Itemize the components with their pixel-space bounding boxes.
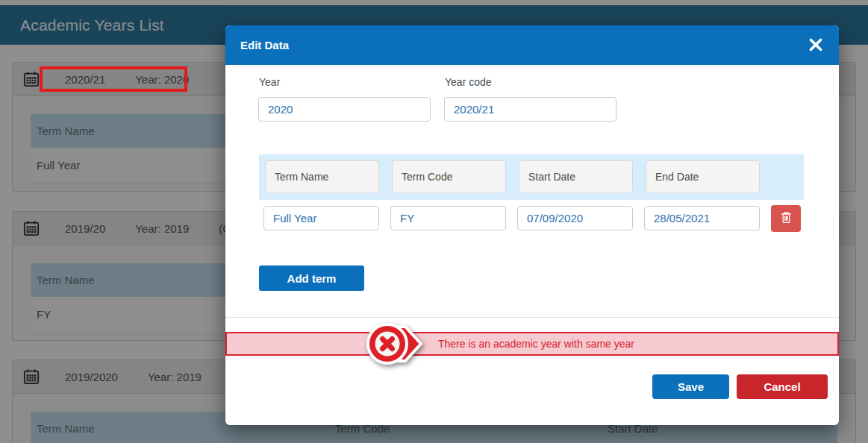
end-date-header: End Date — [646, 160, 760, 193]
modal-title: Edit Data — [240, 39, 289, 51]
save-button[interactable]: Save — [652, 374, 729, 399]
screen: Academic Years List 2020/21 Year: 2020 T… — [0, 0, 868, 443]
trash-icon — [781, 211, 792, 226]
footer-divider — [225, 317, 839, 318]
term-name-input[interactable] — [263, 206, 379, 230]
term-code-input[interactable] — [390, 206, 506, 230]
year-field-label: Year — [259, 76, 280, 88]
end-date-input[interactable] — [644, 206, 760, 230]
edit-data-modal: Edit Data Year Year code Term Name Term … — [225, 25, 839, 425]
term-name-header: Term Name — [265, 160, 379, 193]
term-code-header: Term Code — [392, 160, 506, 193]
terms-header-band: Term Name Term Code Start Date End Date — [259, 154, 804, 200]
year-code-input[interactable] — [444, 97, 616, 122]
annotation-highlight-rectangle — [40, 66, 187, 92]
delete-term-button[interactable] — [771, 205, 801, 232]
modal-header: Edit Data — [225, 25, 839, 65]
error-message-bar: There is an academic year with same year — [225, 332, 839, 356]
error-x-badge — [347, 315, 431, 376]
close-icon[interactable] — [806, 36, 825, 55]
cancel-button[interactable]: Cancel — [737, 374, 828, 399]
error-message-text: There is an academic year with same year — [438, 338, 634, 350]
year-code-field-label: Year code — [445, 76, 492, 88]
year-input[interactable] — [258, 97, 431, 122]
start-date-input[interactable] — [517, 206, 633, 230]
start-date-header: Start Date — [519, 160, 633, 193]
add-term-button[interactable]: Add term — [259, 266, 364, 291]
